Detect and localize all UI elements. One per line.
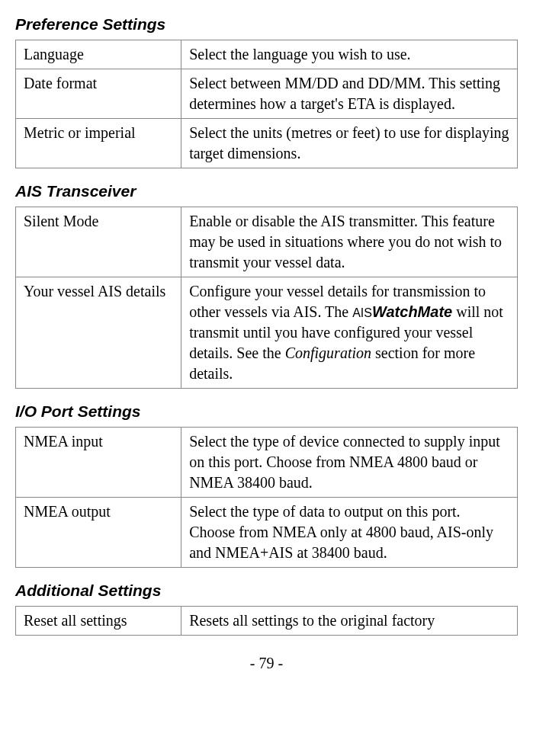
ais-transceiver-table: Silent Mode Enable or disable the AIS tr… [15,207,518,389]
page-number: - 79 - [15,655,518,672]
configuration-link-text: Configuration [285,344,371,361]
table-row: Metric or imperial Select the units (met… [16,119,518,168]
setting-desc: Select the units (metres or feet) to use… [181,119,518,168]
setting-label: Metric or imperial [16,119,181,168]
brand-prefix: AIS [352,306,372,319]
table-row: NMEA output Select the type of data to o… [16,498,518,568]
table-row: Date format Select between MM/DD and DD/… [16,69,518,119]
table-row: Your vessel AIS details Configure your v… [16,277,518,389]
table-row: NMEA input Select the type of device con… [16,428,518,498]
brand-name: WatchMate [372,303,452,320]
setting-label: NMEA input [16,428,181,498]
setting-label: NMEA output [16,498,181,568]
setting-desc: Resets all settings to the original fact… [181,607,518,636]
setting-desc: Select the type of data to output on thi… [181,498,518,568]
setting-desc: Enable or disable the AIS transmitter. T… [181,207,518,277]
table-row: Silent Mode Enable or disable the AIS tr… [16,207,518,277]
table-row: Reset all settings Resets all settings t… [16,607,518,636]
setting-label: Language [16,40,181,69]
additional-settings-heading: Additional Settings [15,581,518,600]
table-row: Language Select the language you wish to… [16,40,518,69]
setting-desc: Select the language you wish to use. [181,40,518,69]
setting-desc: Select between MM/DD and DD/MM. This set… [181,69,518,119]
setting-desc: Configure your vessel details for transm… [181,277,518,389]
preference-settings-heading: Preference Settings [15,15,518,34]
setting-label: Reset all settings [16,607,181,636]
preference-settings-table: Language Select the language you wish to… [15,40,518,168]
setting-desc: Select the type of device connected to s… [181,428,518,498]
setting-label: Your vessel AIS details [16,277,181,389]
io-port-settings-heading: I/O Port Settings [15,402,518,421]
ais-transceiver-heading: AIS Transceiver [15,182,518,200]
io-port-settings-table: NMEA input Select the type of device con… [15,427,518,568]
setting-label: Silent Mode [16,207,181,277]
additional-settings-table: Reset all settings Resets all settings t… [15,606,518,636]
setting-label: Date format [16,69,181,119]
